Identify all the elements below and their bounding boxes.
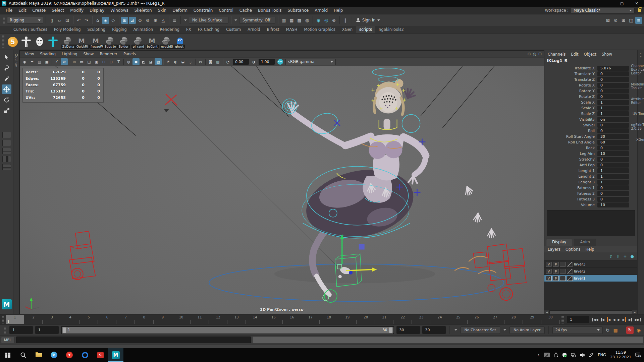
default-material-icon[interactable]: ◍ [304, 17, 311, 24]
volume-icon[interactable] [580, 353, 585, 357]
menu-skeleton[interactable]: Skeleton [131, 8, 155, 13]
menu-modify[interactable]: Modify [67, 8, 87, 13]
viewport-menu-renderer[interactable]: Renderer [97, 52, 121, 56]
layer-menu-help[interactable]: Help [585, 247, 594, 252]
rotate-tool[interactable] [2, 95, 11, 105]
symmetry-select-icon[interactable]: ⊠ [197, 58, 204, 65]
select-hierarchy-icon[interactable]: ⌂ [94, 17, 101, 24]
step-back-frame-button[interactable]: ◀ [600, 315, 605, 323]
frame-29[interactable]: 29 [523, 315, 541, 324]
shelf-tab-poly-modeling[interactable]: Poly Modeling [51, 26, 84, 33]
character-controls-icon[interactable]: ⊙ [612, 17, 619, 24]
channel-menu-show[interactable]: Show [602, 52, 612, 57]
exposure-field[interactable]: 0.00 [233, 59, 249, 65]
layer-display-type-toggle[interactable] [560, 276, 566, 281]
maya-app[interactable]: M [108, 348, 123, 362]
frame-30[interactable]: 30 [541, 315, 560, 324]
3d-scene[interactable]: Verts:6762900Edges:13536900Faces:6775900… [20, 66, 544, 314]
yandex-browser[interactable]: Y [62, 348, 77, 362]
play-forwards-button[interactable]: ▶ [616, 315, 621, 323]
symmetry-field[interactable]: Symmetry: Off [239, 17, 275, 23]
move-tool[interactable] [2, 84, 11, 94]
step-forward-key-button[interactable]: ▶ [622, 315, 627, 323]
shelf-button-pl-rand[interactable]: pl_rand [131, 34, 145, 50]
paint-select-tool[interactable] [2, 74, 11, 83]
shelf-tab-fx-caching[interactable]: FX Caching [195, 26, 223, 33]
menu-edit[interactable]: Edit [15, 8, 29, 13]
shelf-tab-ngskintools2[interactable]: ngSkinTools2 [375, 26, 407, 33]
gamma-icon[interactable]: ◑ [250, 58, 257, 65]
go-to-end-button[interactable]: ▶▶ [634, 315, 642, 323]
layer-display-type-toggle[interactable] [560, 269, 566, 274]
taskbar-clock[interactable]: 11:59 23.12.2021 [610, 350, 631, 360]
chevron-down-icon[interactable] [454, 329, 457, 331]
language-indicator[interactable]: ENG [598, 353, 606, 357]
minimize-button[interactable]: — [600, 0, 614, 7]
shelf-tpose-white[interactable] [20, 35, 32, 49]
smooth-shade-all-icon[interactable]: ◼ [132, 58, 140, 65]
camera-bookmark-icon[interactable]: ▤ [36, 58, 43, 65]
channel-value[interactable]: 30 [597, 134, 629, 139]
frame-26[interactable]: 26 [468, 315, 486, 324]
hidden-icons-chevron[interactable]: ∧ [537, 353, 540, 357]
viewport-menu-shading[interactable]: Shading [37, 52, 59, 56]
bounding-box-icon[interactable]: ◪ [147, 58, 154, 65]
frame-20[interactable]: 20 [357, 315, 375, 324]
scene-canvas[interactable] [20, 66, 544, 314]
shelf-tpose-cyan[interactable] [47, 35, 59, 49]
step-back-key-button[interactable]: ◀ [606, 315, 611, 323]
channel-value[interactable]: 1 [597, 180, 629, 185]
menu-cache[interactable]: Cache [236, 8, 255, 13]
single-pane-layout[interactable] [2, 132, 11, 138]
network-icon[interactable] [571, 353, 576, 357]
frame-23[interactable]: 23 [412, 315, 430, 324]
animation-preferences-icon[interactable]: ◉ [636, 327, 641, 333]
frame-19[interactable]: 19 [338, 315, 357, 324]
film-gate-icon[interactable]: ▭ [78, 58, 85, 65]
file-explorer[interactable] [31, 348, 46, 362]
render-current-frame-icon[interactable]: ◉ [315, 17, 322, 24]
channel-value[interactable]: 1 [597, 106, 629, 111]
frame-16[interactable]: 16 [283, 315, 301, 324]
start-button[interactable] [0, 348, 15, 362]
character-set-select[interactable]: No Character Set [461, 326, 500, 334]
menu-create[interactable]: Create [29, 8, 49, 13]
shelf-button-spider[interactable]: Spider [117, 34, 130, 50]
layer-tab-anim[interactable]: Anim [574, 239, 596, 246]
frame-9[interactable]: 9 [154, 315, 172, 324]
shelf-tab-fx[interactable]: FX [183, 26, 195, 33]
workspace-select[interactable]: Maya Classic* [571, 8, 635, 13]
camera-lock-icon[interactable]: ◎ [533, 52, 536, 56]
layer-row-layer2[interactable]: VPlayer2 [544, 268, 637, 275]
menu-display[interactable]: Display [87, 8, 107, 13]
menu-select[interactable]: Select [49, 8, 67, 13]
make-live-icon[interactable]: ◬ [160, 17, 167, 24]
undo-icon[interactable]: ↶ [75, 17, 82, 24]
shelf-button-bscont[interactable]: MbsCont [145, 34, 159, 50]
render-settings-icon[interactable]: ⊛ [330, 17, 337, 24]
panel-grid-layout-icon[interactable]: ⊞ [620, 17, 627, 24]
frame-12[interactable]: 12 [209, 315, 227, 324]
view-transform-select[interactable]: sRGB gamma [285, 59, 336, 65]
layer-color-swatch[interactable] [567, 269, 573, 274]
channel-value[interactable]: 0 [597, 157, 629, 162]
grid-toggle-icon[interactable]: ⊞ [71, 58, 78, 65]
edge-browser[interactable]: e [46, 348, 62, 362]
menu-deform[interactable]: Deform [169, 8, 191, 13]
isolate-select-icon[interactable]: ◙ [207, 58, 214, 65]
scroll-right-icon[interactable]: ▶ [632, 310, 637, 314]
sign-in-button[interactable]: Sign In [354, 16, 382, 24]
use-all-lights-icon[interactable]: ☀ [165, 58, 172, 65]
menu-bonus-tools[interactable]: Bonus Tools [255, 8, 284, 13]
layer-visibility-toggle[interactable]: V [546, 276, 552, 281]
go-to-start-button[interactable]: ◀◀ [591, 315, 599, 323]
frame-17[interactable]: 17 [301, 315, 320, 324]
shelf-button-freezew[interactable]: MfreezeW [89, 34, 102, 50]
animation-start-field[interactable]: 1 [9, 326, 33, 334]
fps-select[interactable]: 24 fps [552, 326, 603, 334]
shelf-button-zvdyna[interactable]: ZvDyna [61, 34, 74, 50]
frame-22[interactable]: 22 [393, 315, 412, 324]
menu-arnold[interactable]: Arnold [312, 8, 331, 13]
select-camera-icon[interactable]: ◉ [21, 58, 28, 65]
move-layer-down-icon[interactable]: ⇩ [616, 254, 620, 259]
